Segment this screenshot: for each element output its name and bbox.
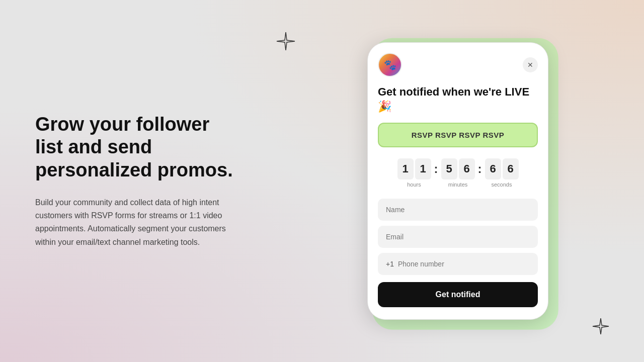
seconds-digits: 6 6: [485, 158, 519, 179]
minutes-group: 5 6 minutes: [441, 158, 475, 188]
minutes-label: minutes: [448, 182, 468, 188]
modal-title: Get notified when we're LIVE 🎉: [378, 85, 538, 114]
colon-1: :: [433, 162, 439, 176]
star-top-icon: [276, 31, 296, 54]
main-heading: Grow your follower list and send persona…: [35, 113, 242, 182]
star-bottom-icon: [592, 317, 610, 338]
phone-field-wrapper: +1: [378, 253, 538, 275]
modal-header: 🐾 ✕: [378, 53, 538, 77]
seconds-group: 6 6 seconds: [485, 158, 519, 188]
hours-digits: 1 1: [397, 158, 431, 179]
sub-text: Build your community and collect data of…: [35, 196, 242, 249]
colon-2: :: [477, 162, 483, 176]
minutes-digit-1: 5: [441, 158, 457, 179]
close-button[interactable]: ✕: [523, 57, 538, 72]
brand-avatar: 🐾: [378, 53, 402, 77]
rsvp-button[interactable]: RSVP RSVP RSVP RSVP: [378, 123, 538, 147]
phone-mockup: 🐾 ✕ Get notified when we're LIVE 🎉 RSVP …: [367, 42, 548, 320]
get-notified-button[interactable]: Get notified: [378, 282, 538, 307]
countdown-timer: 1 1 hours : 5 6 minutes :: [378, 158, 538, 188]
minutes-digits: 5 6: [441, 158, 475, 179]
minutes-digit-2: 6: [459, 158, 475, 179]
email-input[interactable]: [378, 226, 538, 248]
seconds-digit-2: 6: [503, 158, 519, 179]
hours-digit-1: 1: [397, 158, 414, 179]
hours-digit-2: 1: [415, 158, 431, 179]
country-code: +1: [386, 260, 394, 268]
seconds-digit-1: 6: [485, 158, 501, 179]
seconds-label: seconds: [492, 182, 512, 188]
phone-input[interactable]: [398, 260, 530, 268]
hours-label: hours: [407, 182, 421, 188]
name-input[interactable]: [378, 199, 538, 221]
hours-group: 1 1 hours: [397, 158, 431, 188]
